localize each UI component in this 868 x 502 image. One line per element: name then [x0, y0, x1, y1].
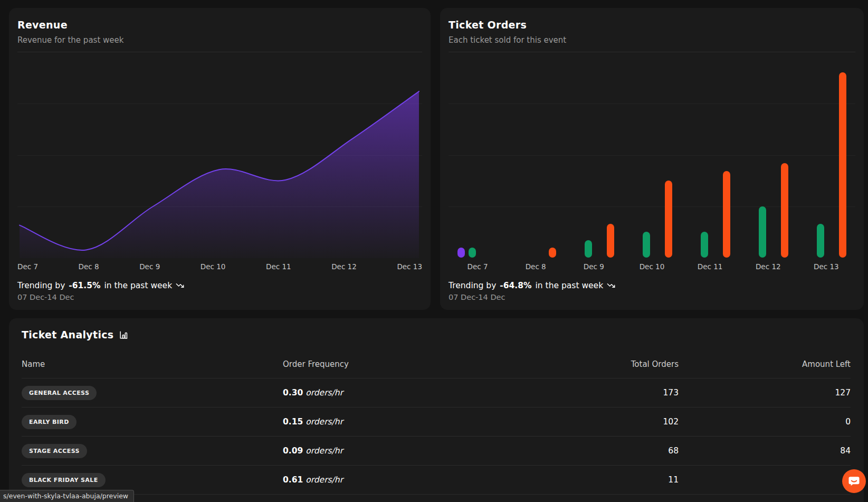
orange-bar: [781, 163, 788, 258]
order-frequency-value: 0.15 orders/hr: [283, 417, 536, 427]
order-frequency-value: 0.61 orders/hr: [283, 475, 536, 485]
x-axis-label: Dec 7: [449, 262, 507, 271]
revenue-area-fill: [20, 91, 419, 258]
bar-group: [449, 248, 507, 258]
orders-date-range: 07 Dec-14 Dec: [449, 292, 855, 302]
x-axis-label: Dec 9: [565, 262, 623, 271]
column-header-amount-left: Amount Left: [679, 359, 851, 369]
purple-bar: [457, 248, 465, 258]
total-orders-value: 11: [536, 475, 679, 485]
trend-percentage: -64.8%: [500, 280, 531, 291]
order-frequency-value: 0.30 orders/hr: [283, 388, 536, 397]
trend-suffix: in the past week: [536, 280, 604, 291]
bar-groups: [449, 52, 855, 258]
ticket-orders-card: Ticket Orders Each ticket sold for this …: [440, 8, 864, 310]
total-orders-value: 173: [536, 388, 679, 397]
trend-prefix: Trending by: [449, 280, 496, 291]
orders-trend-text: Trending by -64.8% in the past week: [449, 280, 855, 291]
ticket-analytics-card: Ticket Analytics Name Order Frequency To…: [9, 318, 864, 502]
x-axis-label: Dec 11: [681, 262, 739, 271]
x-axis-label: Dec 8: [507, 262, 565, 271]
revenue-date-range: 07 Dec-14 Dec: [17, 292, 422, 302]
x-axis-label: Dec 7: [17, 262, 38, 271]
table-row: EARLY BIRD0.15 orders/hr1020: [22, 408, 851, 437]
ticket-orders-bar-chart: [449, 52, 855, 258]
amount-left-value: 0: [679, 417, 851, 427]
table-row: GENERAL ACCESS0.30 orders/hr173127: [22, 378, 851, 408]
orange-bar: [549, 248, 556, 258]
x-axis-label: Dec 8: [79, 262, 99, 271]
orders-card-title: Ticket Orders: [449, 18, 855, 32]
order-frequency-value: 0.09 orders/hr: [283, 446, 536, 456]
ticket-name-badge: BLACK FRIDAY SALE: [22, 473, 106, 487]
orange-bar: [665, 181, 672, 258]
bar-group: [797, 72, 855, 258]
revenue-trend-text: Trending by -61.5% in the past week: [17, 280, 422, 291]
orange-bar: [839, 72, 846, 258]
green-bar: [759, 206, 766, 258]
orange-bar: [607, 224, 614, 258]
total-orders-value: 68: [536, 446, 679, 456]
bar-group: [623, 181, 681, 258]
x-axis-label: Dec 12: [331, 262, 357, 271]
table-body: GENERAL ACCESS0.30 orders/hr173127EARLY …: [22, 378, 851, 495]
status-bar-link-preview: s/even-with-skyla-tvlaa-abuja/preview: [0, 490, 134, 502]
amount-left-value: 127: [679, 388, 851, 397]
orders-x-axis-labels: Dec 7Dec 8Dec 9Dec 10Dec 11Dec 12Dec 13: [449, 262, 855, 271]
x-axis-label: Dec 12: [739, 262, 797, 271]
green-bar: [469, 248, 476, 258]
green-bar: [817, 224, 824, 258]
revenue-card-subtitle: Revenue for the past week: [17, 35, 422, 45]
bar-group: [507, 248, 565, 258]
green-bar: [585, 240, 592, 258]
table-header-row: Name Order Frequency Total Orders Amount…: [22, 342, 851, 378]
ticket-analytics-title: Ticket Analytics: [22, 328, 113, 342]
column-header-name: Name: [22, 359, 283, 369]
x-axis-label: Dec 11: [266, 262, 291, 271]
column-header-order-frequency: Order Frequency: [283, 359, 536, 369]
x-axis-label: Dec 9: [139, 262, 160, 271]
revenue-card: Revenue Revenue for the past week Dec 7D…: [9, 8, 431, 310]
revenue-line-chart-svg: [17, 52, 422, 258]
amount-left-value: 84: [679, 446, 851, 456]
chat-bubble-icon: [847, 475, 861, 488]
green-bar: [701, 232, 708, 258]
bar-chart-icon: [119, 330, 129, 340]
revenue-card-title: Revenue: [17, 18, 422, 32]
ticket-analytics-header: Ticket Analytics: [22, 328, 851, 342]
orders-card-subtitle: Each ticket sold for this event: [449, 35, 855, 45]
bar-group: [739, 163, 797, 258]
bar-group: [681, 171, 739, 258]
trend-prefix: Trending by: [17, 280, 65, 291]
x-axis-label: Dec 13: [397, 262, 422, 271]
trend-percentage: -61.5%: [69, 280, 100, 291]
trend-suffix: in the past week: [104, 280, 173, 291]
x-axis-label: Dec 13: [797, 262, 855, 271]
total-orders-value: 102: [536, 417, 679, 427]
ticket-name-badge: GENERAL ACCESS: [22, 386, 97, 400]
bar-group: [565, 224, 623, 258]
revenue-area-chart: [17, 52, 422, 258]
trending-down-icon: [607, 281, 615, 290]
ticket-name-badge: STAGE ACCESS: [22, 444, 87, 458]
orange-bar: [723, 171, 730, 258]
revenue-x-axis-labels: Dec 7Dec 8Dec 9Dec 10Dec 11Dec 12Dec 13: [17, 262, 422, 271]
table-row: STAGE ACCESS0.09 orders/hr6884: [22, 437, 851, 466]
table-row: BLACK FRIDAY SALE0.61 orders/hr11: [22, 466, 851, 495]
x-axis-label: Dec 10: [201, 262, 226, 271]
green-bar: [643, 232, 650, 258]
ticket-name-badge: EARLY BIRD: [22, 415, 77, 429]
trending-down-icon: [176, 281, 184, 290]
x-axis-label: Dec 10: [623, 262, 681, 271]
chat-launcher-button[interactable]: [842, 469, 866, 493]
column-header-total-orders: Total Orders: [536, 359, 679, 369]
